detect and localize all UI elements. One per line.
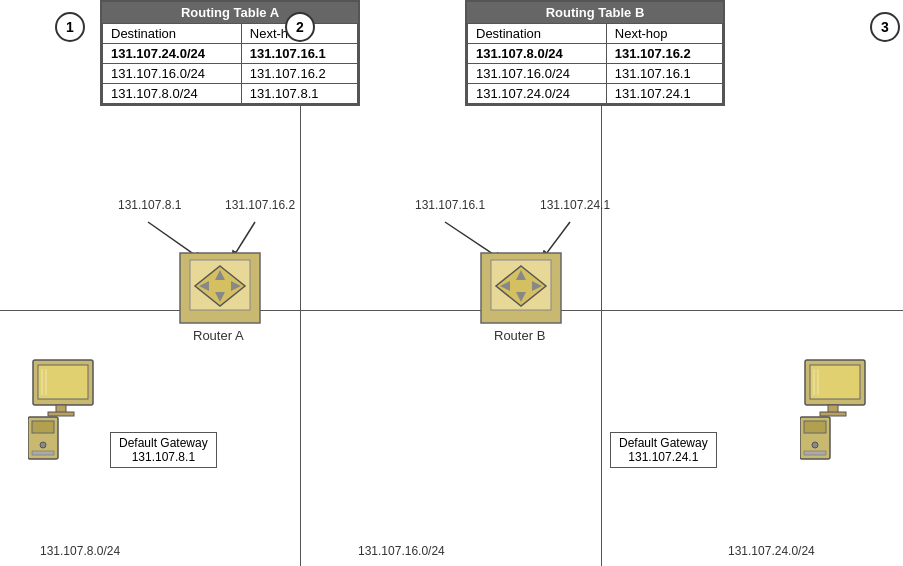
label-addr-8-1: 131.107.8.1 xyxy=(118,198,181,212)
gw-right-line2: 131.107.24.1 xyxy=(619,450,708,464)
col-dest-b: Destination xyxy=(468,24,607,44)
label-addr-16-1: 131.107.16.1 xyxy=(415,198,485,212)
table-row: 131.107.16.0/24 131.107.16.1 xyxy=(468,64,723,84)
table-row: 131.107.8.0/24 131.107.16.2 xyxy=(468,44,723,64)
svg-rect-34 xyxy=(820,412,846,416)
main-container: 1 2 3 Routing Table A Destination Next-h… xyxy=(0,0,903,566)
routing-table-b-header: Routing Table B xyxy=(467,2,723,23)
computer-left xyxy=(28,355,123,468)
gw-left-line1: Default Gateway xyxy=(119,436,208,450)
gw-right-line1: Default Gateway xyxy=(619,436,708,450)
label-addr-24-1: 131.107.24.1 xyxy=(540,198,610,212)
col-dest-a: Destination xyxy=(103,24,242,44)
table-row: 131.107.24.0/24 131.107.24.1 xyxy=(468,84,723,104)
svg-rect-36 xyxy=(804,421,826,433)
routing-table-a-header: Routing Table A xyxy=(102,2,358,23)
col-nexthop-b: Next-hop xyxy=(606,24,722,44)
svg-rect-24 xyxy=(48,412,74,416)
computer-right xyxy=(800,355,895,468)
table-row: 131.107.8.0/24 131.107.8.1 xyxy=(103,84,358,104)
router-b-label: Router B xyxy=(494,328,545,343)
svg-rect-38 xyxy=(804,451,826,455)
gw-left-line2: 131.107.8.1 xyxy=(119,450,208,464)
table-row: 131.107.24.0/24 131.107.16.1 xyxy=(103,44,358,64)
svg-rect-28 xyxy=(32,451,54,455)
table-row: 131.107.16.0/24 131.107.16.2 xyxy=(103,64,358,84)
router-b-icon xyxy=(476,248,566,331)
gw-left: Default Gateway 131.107.8.1 xyxy=(110,432,217,468)
router-a-icon xyxy=(175,248,265,331)
circle-3: 3 xyxy=(870,12,900,42)
routing-table-b: Routing Table B Destination Next-hop 131… xyxy=(465,0,725,106)
svg-point-27 xyxy=(40,442,46,448)
circle-1: 1 xyxy=(55,12,85,42)
svg-rect-26 xyxy=(32,421,54,433)
svg-point-37 xyxy=(812,442,818,448)
circle-2: 2 xyxy=(285,12,315,42)
routing-table-a: Routing Table A Destination Next-hop 131… xyxy=(100,0,360,106)
label-addr-16-2-left: 131.107.16.2 xyxy=(225,198,295,212)
router-a-label: Router A xyxy=(193,328,244,343)
gw-right: Default Gateway 131.107.24.1 xyxy=(610,432,717,468)
